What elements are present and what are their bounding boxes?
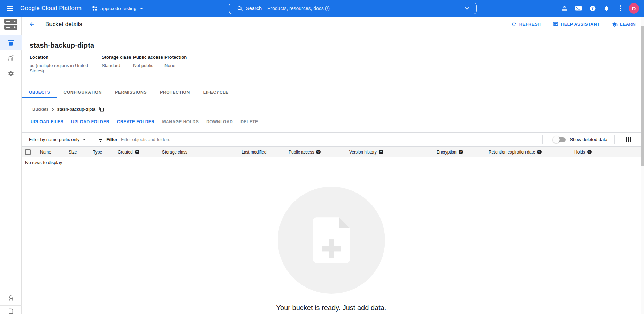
column-header-size: Size xyxy=(69,147,77,157)
empty-table-message: No rows to display xyxy=(22,157,641,165)
column-header-created: Created xyxy=(118,147,139,157)
vertical-scrollbar[interactable] xyxy=(641,17,644,314)
storage-product-icon[interactable] xyxy=(0,17,22,32)
app-header: Google Cloud Platform appscode-testing S… xyxy=(0,0,644,17)
graduation-cap-icon xyxy=(612,22,618,28)
tab-objects[interactable]: OBJECTS xyxy=(22,87,57,98)
help-icon[interactable] xyxy=(379,150,383,154)
show-deleted-label: Show deleted data xyxy=(570,137,607,142)
menu-icon[interactable] xyxy=(1,0,18,17)
document-plus-empty-icon xyxy=(277,186,386,295)
chart-icon xyxy=(7,55,14,62)
scrollbar-thumb[interactable] xyxy=(641,26,644,166)
sidebar-item-monitoring[interactable] xyxy=(0,50,22,66)
project-icon xyxy=(92,6,98,11)
cloud-shell-icon[interactable] xyxy=(572,0,585,17)
column-header-version-history: Version history xyxy=(349,147,383,157)
sidebar-bottom xyxy=(0,290,22,314)
help-icon[interactable] xyxy=(459,150,463,154)
help-assistant-button[interactable]: HELP ASSISTANT xyxy=(553,22,600,27)
breadcrumb-buckets-link[interactable]: Buckets xyxy=(32,107,48,112)
bucket-header: stash-backup-dipta Location us (multiple… xyxy=(22,32,641,73)
meta-storage-class: Storage class Standard xyxy=(102,55,133,73)
gift-icon[interactable] xyxy=(558,0,572,17)
help-icon[interactable] xyxy=(316,150,321,154)
search-icon xyxy=(237,6,243,11)
empty-state-caption: Your bucket is ready. Just add data. xyxy=(276,304,386,312)
search-input[interactable] xyxy=(267,6,461,11)
more-vert-icon[interactable] xyxy=(613,0,627,17)
left-sidebar xyxy=(0,32,22,314)
help-icon[interactable] xyxy=(537,150,542,154)
refresh-icon xyxy=(511,22,517,27)
meta-location: Location us (multiple regions in United … xyxy=(30,55,102,73)
search-expand-chevron-icon[interactable] xyxy=(461,3,473,14)
project-name: appscode-testing xyxy=(100,6,136,11)
header-icons: ? D xyxy=(558,0,642,17)
filter-objects-input[interactable] xyxy=(121,137,232,142)
back-arrow-icon[interactable] xyxy=(25,17,39,31)
tab-protection[interactable]: PROTECTION xyxy=(153,87,197,98)
help-icon[interactable] xyxy=(587,150,592,154)
tab-bar: OBJECTS CONFIGURATION PERMISSIONS PROTEC… xyxy=(22,87,641,98)
filter-icon xyxy=(98,138,103,142)
toolbar-actions: REFRESH HELP ASSISTANT LEARN xyxy=(511,22,636,28)
column-header-encryption: Encryption xyxy=(437,147,463,157)
breadcrumb: Buckets stash-backup-dipta xyxy=(22,98,641,112)
gear-icon xyxy=(8,70,14,77)
column-header-retention-expiration-date: Retention expiration date xyxy=(489,147,542,157)
help-icon[interactable]: ? xyxy=(585,0,599,17)
bucket-name: stash-backup-dipta xyxy=(30,41,641,49)
delete-button[interactable]: DELETE xyxy=(237,117,262,126)
column-header-type: Type xyxy=(93,147,102,157)
tab-lifecycle[interactable]: LIFECYCLE xyxy=(197,87,235,98)
help-icon[interactable] xyxy=(135,150,139,154)
sidebar-item-settings[interactable] xyxy=(0,66,22,81)
bucket-meta: Location us (multiple regions in United … xyxy=(30,55,641,73)
filter-bar: Filter by name prefix only Filter Show d… xyxy=(22,132,641,147)
column-header-storage-class: Storage class xyxy=(162,147,187,157)
upload-files-button[interactable]: UPLOAD FILES xyxy=(27,117,67,126)
column-display-options-icon[interactable] xyxy=(626,137,631,142)
app-logo[interactable]: Google Cloud Platform xyxy=(20,5,82,12)
page-toolbar: Bucket details REFRESH HELP ASSISTANT LE… xyxy=(0,17,644,32)
search-label: Search xyxy=(246,6,262,11)
tab-configuration[interactable]: CONFIGURATION xyxy=(57,87,109,98)
show-deleted-toggle[interactable] xyxy=(554,137,566,142)
document-icon xyxy=(8,308,14,314)
filter-scope-dropdown[interactable]: Filter by name prefix only xyxy=(29,137,86,142)
sidebar-item-buckets[interactable] xyxy=(0,35,22,50)
refresh-button[interactable]: REFRESH xyxy=(511,22,541,27)
manage-holds-button[interactable]: MANAGE HOLDS xyxy=(158,117,202,126)
select-all-checkbox[interactable] xyxy=(25,147,31,157)
sidebar-item-release-notes[interactable] xyxy=(0,306,22,314)
cart-icon xyxy=(8,295,14,301)
svg-text:?: ? xyxy=(591,6,594,10)
search-bar[interactable]: Search xyxy=(229,3,477,14)
divider xyxy=(542,135,543,144)
create-folder-button[interactable]: CREATE FOLDER xyxy=(113,117,159,126)
breadcrumb-current: stash-backup-dipta xyxy=(57,107,95,112)
filter-label: Filter xyxy=(106,137,117,142)
meta-protection: Protection None xyxy=(164,55,187,73)
sidebar-item-marketplace[interactable] xyxy=(0,290,22,305)
bucket-icon xyxy=(7,39,15,47)
object-actions: UPLOAD FILES UPLOAD FOLDER CREATE FOLDER… xyxy=(22,112,641,126)
divider xyxy=(614,135,615,144)
notifications-bell-icon[interactable] xyxy=(599,0,613,17)
empty-state: Your bucket is ready. Just add data. xyxy=(22,186,641,312)
divider xyxy=(92,135,92,144)
account-avatar[interactable]: D xyxy=(629,3,639,14)
upload-folder-button[interactable]: UPLOAD FOLDER xyxy=(67,117,113,126)
main-content: stash-backup-dipta Location us (multiple… xyxy=(22,32,641,314)
meta-public-access: Public access Not public xyxy=(133,55,164,73)
caret-down-icon xyxy=(83,139,86,140)
column-header-public-access: Public access xyxy=(289,147,321,157)
learn-button[interactable]: LEARN xyxy=(612,22,636,28)
chat-bubble-icon xyxy=(553,22,558,27)
chevron-right-icon xyxy=(51,107,54,111)
tab-permissions[interactable]: PERMISSIONS xyxy=(108,87,153,98)
project-selector[interactable]: appscode-testing xyxy=(90,0,145,17)
copy-icon[interactable] xyxy=(99,107,104,112)
download-button[interactable]: DOWNLOAD xyxy=(202,117,237,126)
